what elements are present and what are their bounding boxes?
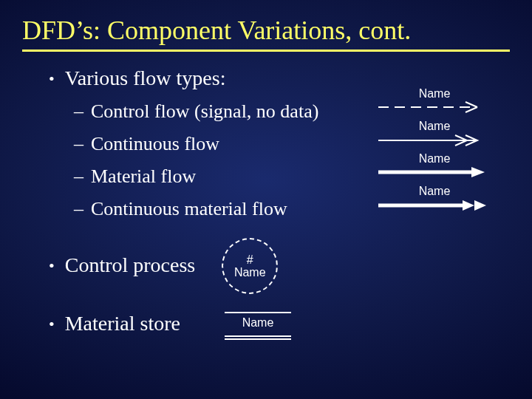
dash-icon: – bbox=[74, 100, 83, 123]
svg-marker-5 bbox=[474, 200, 486, 211]
continuous-material-flow-diagram: Name bbox=[377, 198, 492, 220]
row-continuous-material-flow: – Continuous material flow Name bbox=[74, 197, 492, 222]
svg-marker-6 bbox=[463, 200, 474, 211]
thick-double-arrow-icon bbox=[377, 198, 492, 213]
material-flow-label: Material flow bbox=[91, 166, 196, 188]
control-flow-label: Control flow (signal, no data) bbox=[91, 100, 318, 123]
material-store-diagram: Name bbox=[225, 312, 291, 337]
bullet-dot-icon: • bbox=[49, 66, 55, 92]
bullet-flow-types-label: Various flow types: bbox=[65, 66, 226, 90]
row-material-store: • Material store Name bbox=[49, 312, 492, 337]
control-process-diagram: # Name bbox=[222, 238, 278, 294]
slide: DFD’s: Component Variations, cont. • Var… bbox=[0, 0, 532, 399]
store-box-icon: Name bbox=[225, 312, 291, 337]
slide-body: • Various flow types: – Control flow (si… bbox=[21, 66, 511, 337]
process-name: Name bbox=[234, 266, 266, 279]
dash-icon: – bbox=[74, 166, 83, 188]
bullet-dot-icon: • bbox=[49, 312, 55, 337]
material-store-label: Material store bbox=[65, 312, 180, 335]
control-process-text: • Control process bbox=[49, 253, 195, 279]
continuous-material-flow-name: Name bbox=[377, 185, 492, 198]
thick-arrow-icon bbox=[377, 166, 492, 179]
continuous-flow-text: – Continuous flow bbox=[74, 133, 219, 155]
continuous-flow-name: Name bbox=[377, 120, 492, 133]
control-flow-text: – Control flow (signal, no data) bbox=[74, 100, 318, 123]
material-flow-name: Name bbox=[377, 152, 492, 166]
material-store-text: • Material store bbox=[49, 312, 180, 337]
dashed-circle-icon: # Name bbox=[222, 238, 278, 294]
slide-title: DFD’s: Component Variations, cont. bbox=[22, 15, 510, 52]
dash-icon: – bbox=[74, 133, 83, 155]
control-flow-name: Name bbox=[377, 87, 492, 100]
process-hash: # bbox=[247, 253, 253, 267]
svg-marker-3 bbox=[471, 167, 485, 177]
dashed-arrow-icon bbox=[377, 100, 492, 114]
row-control-process: • Control process # Name bbox=[49, 238, 492, 294]
continuous-material-flow-label: Continuous material flow bbox=[91, 198, 287, 220]
continuous-flow-label: Continuous flow bbox=[91, 133, 219, 155]
continuous-material-flow-text: – Continuous material flow bbox=[74, 198, 287, 220]
dash-icon: – bbox=[74, 198, 83, 220]
double-arrow-icon bbox=[377, 133, 492, 148]
store-name: Name bbox=[242, 316, 274, 329]
material-flow-text: – Material flow bbox=[74, 166, 196, 188]
control-process-label: Control process bbox=[65, 253, 196, 277]
bullet-dot-icon: • bbox=[49, 253, 55, 279]
